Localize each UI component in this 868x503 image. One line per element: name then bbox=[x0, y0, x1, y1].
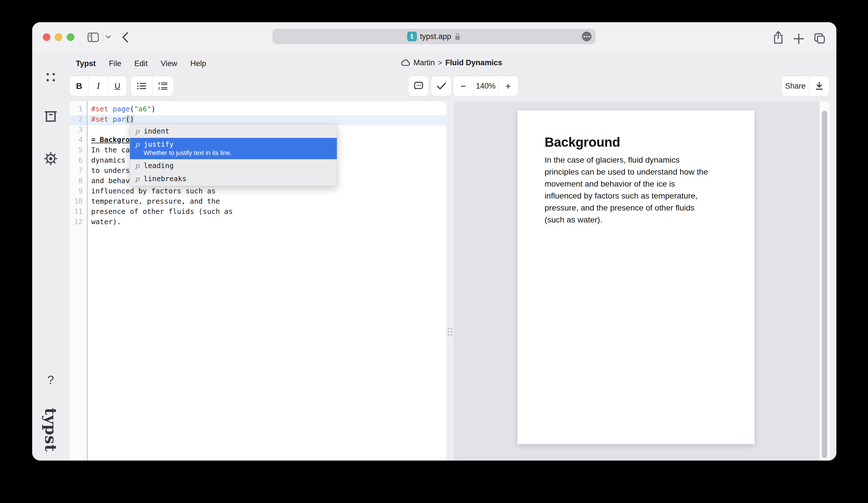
code-line[interactable]: water). bbox=[88, 218, 446, 228]
line-number: 9 bbox=[69, 187, 87, 197]
autocomplete-item-leading[interactable]: pleading bbox=[130, 159, 337, 172]
menu-view[interactable]: View bbox=[161, 59, 177, 68]
help-button[interactable]: ? bbox=[47, 373, 54, 387]
svg-text:2: 2 bbox=[158, 86, 160, 90]
check-button[interactable] bbox=[431, 76, 452, 96]
menu-bar: Typst File Edit View Help bbox=[76, 59, 206, 68]
fullscreen-window-button[interactable] bbox=[67, 33, 74, 41]
chevron-down-icon[interactable] bbox=[105, 35, 111, 39]
download-button[interactable] bbox=[809, 76, 829, 96]
minimize-window-button[interactable] bbox=[55, 33, 62, 41]
back-button[interactable] bbox=[121, 31, 129, 43]
code-line[interactable]: #set page("a6") bbox=[88, 105, 446, 115]
code-token: page bbox=[113, 105, 130, 113]
scrollbar-thumb[interactable] bbox=[822, 111, 827, 458]
bold-button[interactable]: B bbox=[70, 76, 89, 96]
code-token: presence of other fluids (such as bbox=[91, 207, 233, 216]
line-number: 8 bbox=[69, 177, 87, 187]
code-token: influenced by factors such as bbox=[91, 187, 216, 195]
line-number: 5 bbox=[69, 146, 87, 156]
menu-file[interactable]: File bbox=[109, 59, 121, 68]
url-bar[interactable]: t typst.app bbox=[272, 29, 596, 44]
more-options-icon[interactable] bbox=[582, 32, 592, 41]
param-kind-icon: p bbox=[135, 162, 140, 170]
param-kind-icon: p bbox=[135, 175, 140, 183]
code-token: "a6" bbox=[134, 105, 151, 113]
paragraph-line: principles can be used to understand how… bbox=[545, 166, 727, 178]
code-token: ( bbox=[130, 105, 134, 113]
drag-handle-icon[interactable] bbox=[448, 328, 452, 336]
paragraph-line: (such as water). bbox=[545, 213, 727, 226]
bullet-list-button[interactable] bbox=[131, 76, 152, 96]
code-line[interactable]: presence of other fluids (such as bbox=[88, 207, 446, 218]
typst-app: Typst File Edit View Help Martin > Fluid… bbox=[32, 53, 836, 461]
breadcrumb: Martin > Fluid Dynamics bbox=[401, 59, 502, 67]
zoom-group: − 140% + bbox=[453, 76, 518, 96]
close-window-button[interactable] bbox=[43, 33, 50, 41]
zoom-level[interactable]: 140% bbox=[473, 76, 498, 96]
code-token: ) bbox=[151, 105, 156, 113]
code-token: water). bbox=[91, 218, 121, 226]
autocomplete-label: justify bbox=[144, 140, 174, 148]
underline-button[interactable]: U bbox=[108, 76, 127, 96]
code-token: #set bbox=[91, 115, 108, 123]
numbered-list-button[interactable]: 1 2 bbox=[152, 76, 174, 96]
menu-typst[interactable]: Typst bbox=[76, 59, 96, 68]
pane-divider[interactable] bbox=[446, 102, 454, 461]
page-heading: Background bbox=[545, 134, 727, 150]
menu-edit[interactable]: Edit bbox=[134, 59, 148, 68]
line-number: 12 bbox=[69, 218, 87, 228]
lock-icon bbox=[454, 32, 461, 41]
page-paragraph: In the case of glaciers, fluid dynamicsp… bbox=[545, 154, 727, 226]
line-number: 1 bbox=[69, 105, 87, 115]
projects-box-icon[interactable] bbox=[44, 111, 57, 123]
zoom-out-button[interactable]: − bbox=[453, 76, 473, 96]
autocomplete-item-linebreaks[interactable]: plinebreaks bbox=[130, 172, 337, 186]
comment-button[interactable] bbox=[408, 76, 429, 96]
typst-logo: typst bbox=[42, 408, 60, 452]
autocomplete-label: linebreaks bbox=[144, 175, 187, 183]
list-group: 1 2 bbox=[131, 76, 174, 96]
format-group: B I U bbox=[69, 76, 127, 96]
paragraph-line: In the case of glaciers, fluid dynamics bbox=[545, 154, 727, 166]
autocomplete-description: Whether to justify text in its line. bbox=[144, 149, 333, 157]
gear-icon[interactable] bbox=[44, 152, 57, 165]
line-number: 4 bbox=[69, 136, 87, 146]
browser-chrome: t typst.app bbox=[32, 22, 836, 53]
line-number: 11 bbox=[69, 207, 87, 218]
new-tab-icon[interactable] bbox=[793, 33, 805, 44]
zoom-in-button[interactable]: + bbox=[498, 76, 518, 96]
autocomplete-item-justify[interactable]: pjustifyWhether to justify text in its l… bbox=[130, 138, 337, 159]
italic-button[interactable]: I bbox=[89, 76, 108, 96]
line-number: 10 bbox=[69, 197, 87, 207]
browser-window: t typst.app bbox=[32, 22, 836, 461]
code-token bbox=[108, 115, 113, 123]
line-number: 3 bbox=[69, 125, 87, 136]
autocomplete-popup: pindentpjustifyWhether to justify text i… bbox=[130, 124, 337, 186]
preview-pane: Background In the case of glaciers, flui… bbox=[454, 102, 830, 461]
share-button[interactable]: Share bbox=[782, 76, 809, 96]
preview-scrollbar[interactable] bbox=[819, 102, 830, 461]
code-token: temperature, pressure, and the bbox=[91, 197, 220, 205]
tab-overview-icon[interactable] bbox=[813, 32, 826, 45]
breadcrumb-document[interactable]: Fluid Dynamics bbox=[445, 59, 503, 67]
autocomplete-label: leading bbox=[144, 161, 174, 170]
share-group: Share bbox=[781, 76, 829, 96]
breadcrumb-separator: > bbox=[438, 59, 442, 67]
paragraph-line: pressure, and the presence of other flui… bbox=[545, 202, 727, 213]
apps-grid-icon[interactable] bbox=[47, 73, 55, 82]
menu-help[interactable]: Help bbox=[190, 59, 206, 68]
param-kind-icon: p bbox=[135, 127, 140, 135]
breadcrumb-workspace[interactable]: Martin bbox=[413, 59, 435, 67]
autocomplete-item-indent[interactable]: pindent bbox=[130, 125, 337, 138]
line-number: 6 bbox=[69, 156, 87, 166]
code-token bbox=[108, 105, 113, 113]
share-page-icon[interactable] bbox=[772, 31, 785, 45]
svg-text:1: 1 bbox=[158, 82, 160, 85]
paragraph-line: influenced by factors such as temperatur… bbox=[545, 190, 727, 202]
param-kind-icon: p bbox=[135, 140, 140, 148]
cloud-icon bbox=[401, 60, 410, 66]
sidebar-toggle-icon[interactable] bbox=[87, 32, 99, 42]
code-line[interactable]: temperature, pressure, and the bbox=[88, 197, 446, 207]
code-line[interactable]: influenced by factors such as bbox=[88, 187, 446, 197]
